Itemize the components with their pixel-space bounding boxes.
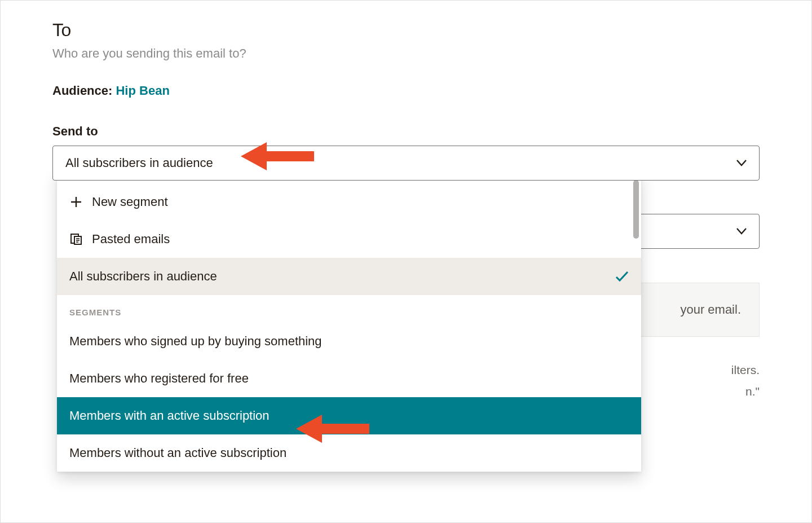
check-icon — [615, 271, 629, 282]
chevron-down-icon — [736, 160, 747, 166]
audience-label: Audience: — [52, 83, 116, 98]
dropdown-group-label: SEGMENTS — [57, 295, 641, 323]
audience-value[interactable]: Hip Bean — [116, 83, 169, 98]
paste-icon — [69, 233, 83, 245]
chevron-down-icon — [736, 228, 747, 235]
background-panel-text: your email. — [680, 302, 741, 317]
dropdown-action-label: New segment — [92, 195, 168, 209]
audience-line: Audience: Hip Bean — [52, 83, 760, 98]
section-title: To — [52, 20, 760, 41]
dropdown-segment-item[interactable]: Members who signed up by buying somethin… — [57, 323, 641, 360]
dropdown-current-selection[interactable]: All subscribers in audience — [57, 258, 641, 295]
send-to-selected-value: All subscribers in audience — [65, 156, 213, 170]
dropdown-action-new-segment[interactable]: New segment — [57, 183, 641, 221]
segment-label: Members without an active subscription — [69, 446, 286, 460]
dropdown-segment-item[interactable]: Members without an active subscription — [57, 434, 641, 472]
segment-label: Members who registered for free — [69, 371, 249, 386]
dropdown-scrollbar[interactable] — [633, 180, 639, 239]
dropdown-segment-item[interactable]: Members who registered for free — [57, 360, 641, 397]
content-area: To Who are you sending this email to? Au… — [1, 1, 811, 522]
segment-label: Members who signed up by buying somethin… — [69, 334, 322, 349]
send-to-label: Send to — [52, 124, 760, 139]
plus-icon — [69, 196, 83, 208]
dropdown-current-label: All subscribers in audience — [69, 269, 217, 284]
dropdown-action-label: Pasted emails — [92, 232, 170, 247]
dropdown-action-pasted-emails[interactable]: Pasted emails — [57, 221, 641, 258]
section-subtitle: Who are you sending this email to? — [52, 46, 760, 61]
send-to-dropdown: New segment Pasted emails All subscriber… — [57, 171, 641, 472]
dropdown-segment-item-highlighted[interactable]: Members with an active subscription — [57, 397, 641, 434]
app-frame: To Who are you sending this email to? Au… — [0, 0, 812, 523]
segment-label: Members with an active subscription — [69, 408, 270, 423]
send-to-select[interactable]: All subscribers in audience — [52, 146, 760, 181]
